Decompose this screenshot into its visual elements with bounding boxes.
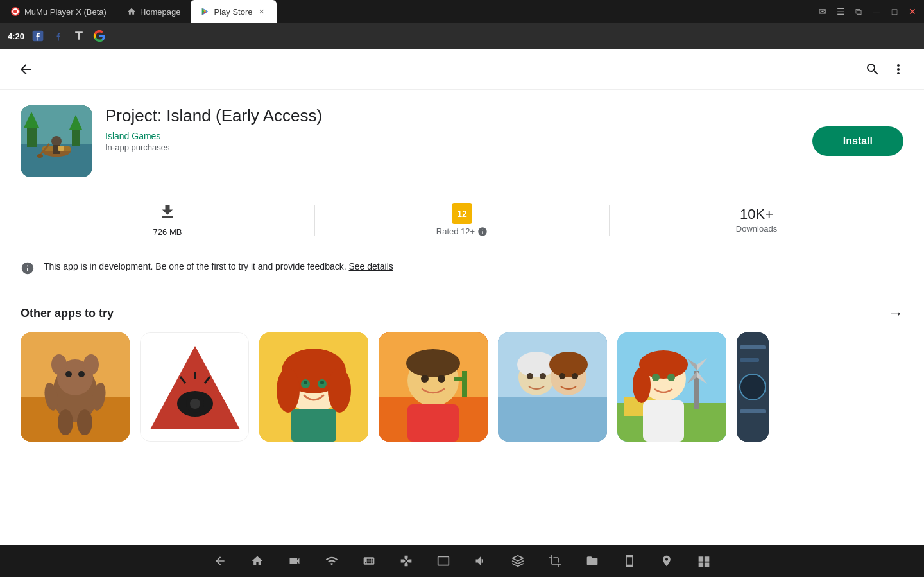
svg-point-24 [78,371,85,377]
app-title-tab[interactable]: MuMu Player X (Beta) [0,0,117,23]
restore-button[interactable]: ⧉ [852,5,865,18]
mumu-icon [10,6,21,17]
install-button[interactable]: Install [812,126,903,156]
app-iap: In-app purchases [105,142,800,152]
taskbar-back-button[interactable] [210,551,230,571]
list-item[interactable] [737,332,769,442]
svg-point-65 [572,373,578,379]
list-item[interactable] [259,332,368,442]
svg-point-76 [633,367,651,403]
tab-list: MuMu Player X (Beta) Homepage Play Store… [0,0,277,23]
info-icon [477,227,488,237]
facebook-square-icon[interactable] [31,29,45,43]
svg-point-21 [51,354,67,375]
facebook-icon[interactable] [51,29,65,43]
see-details-link[interactable]: See details [349,261,393,271]
taskbar [0,545,924,577]
svg-point-51 [421,375,429,383]
svg-rect-16 [58,146,64,151]
size-value: 726 MB [153,227,182,237]
svg-point-2 [13,10,17,13]
tab-playstore[interactable]: Play Store ✕ [191,0,277,23]
app-thumb-art [379,332,488,442]
other-apps-section: Other apps to try → [0,294,924,452]
taskbar-keyboard-button[interactable] [359,551,379,571]
app-thumb-art [737,332,769,442]
svg-point-60 [527,373,533,379]
taskbar-gamepad-button[interactable] [397,551,416,571]
tab-playstore-label: Play Store [214,7,252,17]
back-button[interactable] [13,56,38,82]
tab-homepage[interactable]: Homepage [117,0,191,23]
menu-button[interactable]: ☰ [834,5,847,18]
svg-point-23 [65,371,72,377]
clock: 4:20 [8,31,24,41]
playstore-tab-icon [201,7,210,16]
info-banner: This app is in development. Be one of th… [0,252,924,294]
app-developer: Island Games [105,131,800,141]
list-item[interactable] [498,332,607,442]
window-controls: ✉ ☰ ⧉ ─ □ ✕ [816,5,924,18]
taskbar-camera-button[interactable] [285,551,304,571]
maximize-button[interactable]: □ [888,5,901,18]
app-thumb-art [259,332,368,442]
taskbar-files-button[interactable] [583,551,602,571]
list-item[interactable] [21,332,130,442]
list-item[interactable] [617,332,726,442]
taskbar-crop-button[interactable] [545,551,565,571]
back-arrow-icon [18,62,33,77]
downloads-value: 10K+ [740,206,773,223]
svg-point-28 [77,409,92,435]
svg-point-77 [652,374,660,381]
svg-rect-53 [407,404,459,442]
taskbar-multiwindow-button[interactable] [694,551,714,571]
app-title: Project: Island (Early Access) [105,105,800,127]
stat-size: 726 MB [21,203,314,237]
list-item[interactable] [379,332,488,442]
minimize-button[interactable]: ─ [870,5,883,18]
taskbar-apk-button[interactable] [508,551,527,571]
app-thumbnail [140,332,249,442]
more-icon [891,62,906,77]
svg-point-61 [540,373,546,379]
more-options-button[interactable] [886,56,911,82]
stat-downloads: 10K+ Downloads [610,206,903,234]
svg-point-33 [190,399,200,409]
taskbar-phone-button[interactable] [620,551,639,571]
app-thumb-art [141,333,249,442]
list-item[interactable] [140,332,249,442]
app-thumb-art [21,332,130,442]
taskbar-home-button[interactable] [248,551,267,571]
section-header: Other apps to try → [21,304,903,322]
taskbar-location-button[interactable] [657,551,676,571]
app-info: Project: Island (Early Access) Island Ga… [105,105,800,152]
tab-close-button[interactable]: ✕ [256,6,266,17]
stats-row: 726 MB 12 Rated 12+ 10K+ Downloads [0,193,924,252]
svg-point-64 [559,373,565,379]
svg-point-52 [438,375,445,383]
email-button[interactable]: ✉ [816,5,829,18]
svg-point-40 [277,368,300,413]
app-thumbnail [617,332,726,442]
download-icon [158,203,176,225]
app-icon [21,105,92,177]
close-button[interactable]: ✕ [906,5,919,18]
downloads-label: Downloads [736,224,777,234]
text-icon[interactable] [72,29,86,43]
svg-point-45 [320,381,324,384]
google-icon[interactable] [92,29,107,43]
svg-rect-81 [740,345,766,349]
app-thumbnail [21,332,130,442]
search-button[interactable] [860,56,886,82]
svg-point-63 [549,352,588,377]
stat-rating: 12 Rated 12+ [315,203,609,237]
taskbar-wifi-button[interactable] [322,551,341,571]
svg-point-27 [58,409,73,435]
taskbar-screen-button[interactable] [434,551,453,571]
section-arrow[interactable]: → [888,304,903,322]
svg-point-50 [406,349,460,377]
app-thumbnail [737,332,769,442]
info-text: This app is in development. Be one of th… [44,260,393,273]
taskbar-volume-button[interactable] [471,551,490,571]
svg-point-15 [37,154,43,158]
